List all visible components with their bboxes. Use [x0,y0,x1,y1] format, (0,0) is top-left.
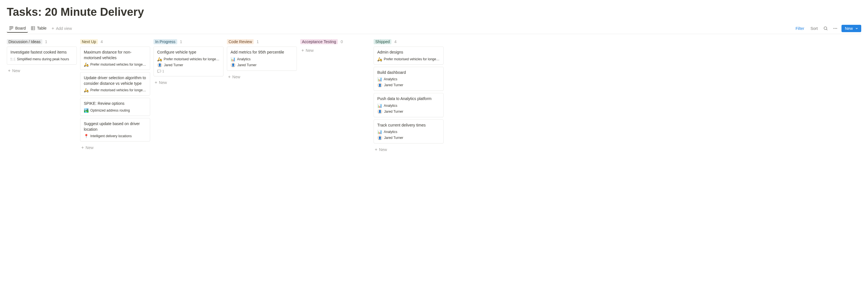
card[interactable]: Maximum distance for non-motorised vehic… [80,46,150,70]
column-header[interactable]: Discussion / Ideas1 [7,39,77,46]
epic-label: Prefer motorised vehicles for longer del… [90,88,147,92]
column: Shipped4Admin designs🛵Prefer motorised v… [374,39,443,153]
column: Discussion / Ideas1Investigate fastest c… [7,39,77,74]
card[interactable]: Add metrics for 95th percentile📊Analytic… [227,46,297,71]
card-title: Build dashboard [377,70,440,75]
new-card-button[interactable]: +New [7,67,77,74]
epic-label: Optimized address routing [90,108,130,112]
search-icon [824,26,828,31]
epic-icon: 📍 [84,134,89,138]
avatar: 👤 [157,63,162,68]
new-button[interactable]: New [841,25,861,32]
epic-icon: 🛵 [377,57,382,62]
plus-icon: + [81,145,84,150]
epic-icon: 🛵 [84,88,89,93]
plus-icon: + [155,80,157,85]
card-assignee: 👤Jared Turner [230,63,293,68]
avatar: 👤 [230,63,236,68]
new-card-label: New [12,68,20,73]
assignee-name: Jared Turner [384,136,403,140]
new-card-button[interactable]: +New [374,146,443,153]
column-label: In Progress [154,39,177,44]
card-title: Investigate fastest cooked items [10,49,73,55]
card-assignee: 👤Jared Turner [377,109,440,114]
svg-rect-2 [12,27,13,28]
column-count: 1 [45,39,48,44]
new-card-label: New [306,48,313,53]
epic-icon: 📊 [377,103,382,108]
card-epic: 🛵Prefer motorised vehicles for longer de… [84,62,147,67]
plus-icon: + [301,48,304,53]
card[interactable]: Track current delivery times📊Analytics👤J… [374,119,443,144]
column-label: Acceptance Testing [300,39,338,44]
card-epic: 📊Analytics [377,103,440,108]
new-card-label: New [86,145,93,150]
column-header[interactable]: Acceptance Testing0 [300,39,370,46]
column-count: 1 [256,39,259,44]
tab-table-label: Table [37,26,46,30]
column-header[interactable]: In Progress1 [154,39,223,46]
svg-point-7 [824,27,827,30]
card-title: SPIKE: Review options [84,101,147,106]
plus-icon: + [52,26,54,31]
card[interactable]: Configure vehicle type🛵Prefer motorised … [154,46,223,76]
new-card-button[interactable]: +New [80,144,150,151]
card-title: Admin designs [377,49,440,55]
svg-rect-3 [31,27,35,30]
more-button[interactable] [832,25,839,32]
svg-rect-1 [11,27,12,29]
epic-label: Analytics [384,77,397,81]
column-count: 1 [180,39,182,44]
card-epic: 📊Analytics [230,57,293,62]
new-card-label: New [379,147,387,152]
filter-button[interactable]: Filter [794,25,806,32]
card-title: Add metrics for 95th percentile [230,49,293,55]
card[interactable]: SPIKE: Review options🏞️Optimized address… [80,98,150,116]
column-label: Shipped [374,39,392,44]
column-count: 4 [394,39,397,44]
column-header[interactable]: Shipped4 [374,39,443,46]
card[interactable]: Suggest update based on driver location📍… [80,118,150,141]
new-card-label: New [232,75,240,79]
new-card-button[interactable]: +New [300,47,370,54]
plus-icon: + [375,147,377,152]
plus-icon: + [228,75,230,79]
column: Acceptance Testing0+New [300,39,370,54]
plus-icon: + [8,68,10,73]
epic-label: Prefer motorised vehicles for longer del… [164,57,220,61]
card[interactable]: Build dashboard📊Analytics👤Jared Turner [374,67,443,91]
tab-table[interactable]: Table [29,24,49,33]
card[interactable]: Investigate fastest cooked items🍽️Simpli… [7,46,77,65]
column-header[interactable]: Next Up4 [80,39,150,46]
card-epic: 🛵Prefer motorised vehicles for longer de… [157,57,220,62]
column-header[interactable]: Code Review1 [227,39,297,46]
epic-icon: 🍽️ [10,57,15,62]
svg-rect-0 [9,27,11,30]
sort-button[interactable]: Sort [809,25,819,32]
column: Code Review1Add metrics for 95th percent… [227,39,297,80]
assignee-name: Jared Turner [384,110,403,113]
card[interactable]: Update driver selection algorithm to con… [80,72,150,96]
epic-icon: 📊 [230,57,235,62]
epic-icon: 📊 [377,77,382,81]
card-epic: 📍Intelligent delivery locations [84,134,147,138]
avatar: 👤 [377,109,382,114]
new-card-button[interactable]: +New [154,79,223,86]
epic-label: Analytics [384,130,397,134]
new-button-label: New [845,26,853,31]
card-epic: 📊Analytics [377,130,440,134]
board-container: Discussion / Ideas1Investigate fastest c… [7,34,861,153]
card-assignee: 👤Jared Turner [157,63,220,68]
epic-label: Prefer motorised vehicles for longer del… [90,63,147,67]
add-view-button[interactable]: + Add view [50,25,74,32]
card-title: Update driver selection algorithm to con… [84,75,147,86]
card[interactable]: Push data to Analytics platform📊Analytic… [374,93,443,117]
assignee-name: Jared Turner [237,63,256,67]
epic-icon: 🛵 [157,57,162,62]
search-button[interactable] [822,25,829,32]
card[interactable]: Admin designs🛵Prefer motorised vehicles … [374,46,443,65]
new-card-button[interactable]: +New [227,74,297,80]
card-assignee: 👤Jared Turner [377,82,440,87]
tab-board[interactable]: Board [7,24,28,33]
card-assignee: 👤Jared Turner [377,135,440,140]
